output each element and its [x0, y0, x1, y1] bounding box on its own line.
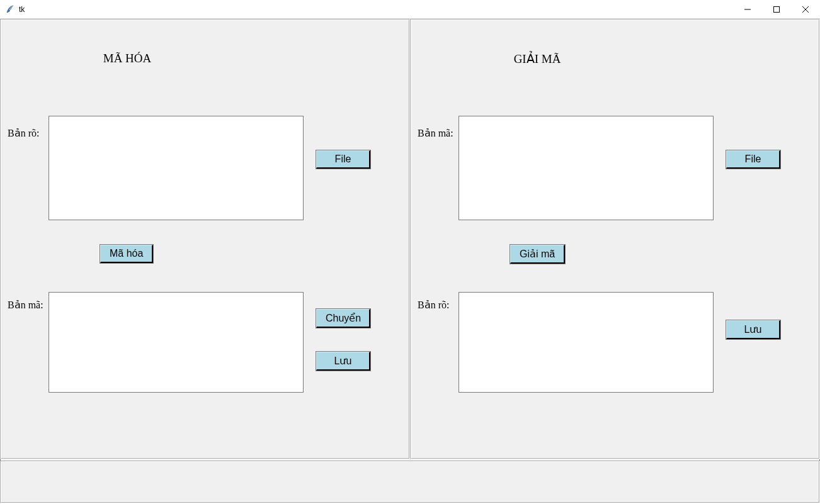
- svg-rect-1: [774, 6, 780, 12]
- minimize-button[interactable]: [733, 0, 762, 18]
- encode-transfer-button[interactable]: Chuyển: [316, 309, 370, 328]
- decode-output-textarea[interactable]: [458, 292, 714, 393]
- close-button[interactable]: [791, 0, 820, 18]
- encode-action-button[interactable]: Mã hóa: [100, 245, 153, 263]
- decode-action-button[interactable]: Giải mã: [510, 245, 565, 264]
- encode-save-button[interactable]: Lưu: [316, 352, 370, 371]
- encode-file-button[interactable]: File: [316, 150, 370, 169]
- encode-output-label: Bản mã:: [8, 299, 43, 311]
- decode-file-button[interactable]: File: [726, 150, 780, 169]
- encode-input-textarea[interactable]: [48, 116, 304, 220]
- client-area: MÃ HÓA Bản rõ: File Mã hóa Bản mã: Chuyể…: [0, 19, 820, 503]
- encode-input-label: Bản rõ:: [8, 127, 39, 139]
- decode-input-textarea[interactable]: [458, 116, 714, 220]
- decode-panel: GIẢI MÃ Bản mã: File Giải mã Bản rõ: Lưu: [410, 19, 820, 459]
- decode-input-label: Bản mã:: [418, 127, 453, 139]
- decode-output-label: Bản rõ:: [418, 299, 449, 311]
- bottom-panel: [0, 461, 820, 503]
- app-icon: [5, 4, 15, 14]
- window-titlebar: tk: [0, 0, 820, 19]
- encode-panel: MÃ HÓA Bản rõ: File Mã hóa Bản mã: Chuyể…: [0, 19, 410, 459]
- decode-heading: GIẢI MÃ: [411, 52, 663, 66]
- maximize-button[interactable]: [762, 0, 791, 18]
- window-title: tk: [19, 5, 25, 14]
- window-controls: [733, 0, 820, 18]
- decode-save-button[interactable]: Lưu: [726, 320, 780, 339]
- encode-heading: MÃ HÓA: [1, 52, 253, 65]
- encode-output-textarea[interactable]: [48, 292, 304, 393]
